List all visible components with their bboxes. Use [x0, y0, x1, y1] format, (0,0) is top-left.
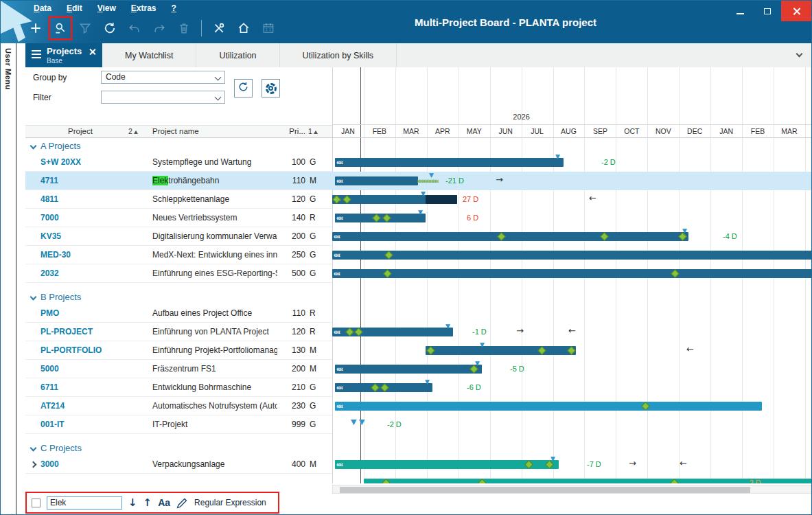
menu-item-view[interactable]: View — [97, 3, 116, 13]
gantt-bar[interactable] — [332, 251, 811, 260]
project-row[interactable]: 2032Einführung eines ESG-Reporting-Syste… — [25, 264, 811, 283]
refresh-layout-button[interactable] — [234, 79, 253, 98]
project-code[interactable]: 6711 — [40, 378, 58, 397]
group-by-select[interactable]: Code — [101, 71, 225, 84]
tab-projects[interactable]: Projects Base — [25, 43, 102, 67]
menu-item-help[interactable]: ? — [172, 3, 176, 13]
minimize-button[interactable] — [726, 1, 754, 21]
milestone-flag-icon[interactable]: ▼ — [359, 417, 364, 426]
refresh-button[interactable] — [100, 18, 120, 38]
project-code[interactable]: 3000 — [40, 455, 59, 474]
gantt-bar[interactable] — [364, 479, 811, 483]
search-checkbox[interactable] — [32, 499, 40, 507]
search-button[interactable] — [50, 18, 71, 38]
redo-button[interactable] — [149, 18, 170, 38]
expand-icon[interactable] — [30, 461, 37, 468]
gantt-bar[interactable] — [332, 269, 811, 278]
project-code[interactable]: PL-PORTFOLIO — [40, 341, 102, 360]
project-flag: G — [310, 246, 316, 264]
project-row[interactable]: 5000Fräszentrum FS1200M««▼-5 D — [25, 360, 811, 378]
sort-indicator-priority[interactable]: 1 — [308, 127, 318, 135]
gantt-bar[interactable] — [426, 346, 576, 355]
project-code[interactable]: 4711 — [40, 172, 58, 190]
project-row[interactable]: MED-30MedX-Next: Entwicklung eines innov… — [25, 246, 811, 264]
gantt-cell: «« — [332, 397, 811, 415]
highlight-icon[interactable] — [176, 497, 188, 509]
project-code[interactable]: 001-IT — [40, 415, 65, 434]
project-row[interactable]: PL-PORTFOLIOEinführung Projekt-Portfolio… — [25, 341, 811, 360]
collapse-icon[interactable] — [30, 444, 37, 451]
horizontal-scrollbar[interactable] — [332, 485, 811, 494]
close-button[interactable] — [781, 1, 811, 21]
col-project[interactable]: Project — [53, 127, 108, 135]
match-case-toggle[interactable]: Aa — [158, 497, 170, 508]
project-code[interactable]: 7000 — [40, 209, 59, 227]
undo-button[interactable] — [124, 18, 145, 38]
close-icon — [792, 7, 801, 16]
sort-indicator-project[interactable]: 2 — [128, 127, 138, 135]
collapse-icon[interactable] — [30, 142, 37, 149]
find-previous-icon[interactable]: ↑ — [143, 496, 152, 509]
gantt-bar[interactable] — [335, 176, 418, 185]
project-code[interactable]: KV35 — [40, 227, 61, 246]
home-button[interactable] — [233, 18, 254, 38]
group-label: C Projects — [40, 443, 82, 453]
search-input[interactable] — [47, 496, 122, 510]
project-row[interactable]: 6711Entwicklung Bohrmaschine210G««▼-6 D — [25, 378, 811, 397]
project-row[interactable]: 4811Schleppkettenanlage120G««▼27 D← — [25, 190, 811, 209]
menu-item-extras[interactable]: Extras — [131, 3, 156, 13]
milestone-flag-icon[interactable]: ▼ — [351, 417, 356, 426]
col-priority[interactable]: Pri... — [278, 127, 305, 135]
hamburger-menu-icon[interactable] — [32, 50, 41, 58]
project-code[interactable]: 2032 — [40, 264, 59, 283]
project-code[interactable]: MED-30 — [40, 246, 71, 264]
col-project-name[interactable]: Project name — [152, 127, 199, 135]
project-code[interactable]: AT214 — [40, 397, 65, 415]
menu-item-data[interactable]: Data — [34, 3, 51, 13]
gantt-bar[interactable] — [332, 232, 688, 241]
project-row[interactable]: -2 D — [25, 474, 811, 483]
project-code[interactable]: 4811 — [40, 190, 58, 209]
filter-button[interactable] — [75, 18, 95, 38]
project-row[interactable]: PMOAufbau eines Project Office110R — [25, 304, 811, 323]
tab-utilization[interactable]: Utilization — [196, 43, 279, 67]
user-menu-strip[interactable]: User Menu — [1, 43, 25, 514]
close-tab-icon[interactable] — [89, 48, 96, 56]
project-code[interactable]: S+W 20XX — [40, 153, 81, 172]
regex-label[interactable]: Regular Expression — [194, 498, 266, 507]
tab-my-watchlist[interactable]: My Watchlist — [102, 43, 196, 67]
project-row[interactable]: PL-PROJECTEinführung von PLANTA Project1… — [25, 323, 811, 341]
project-code[interactable]: PL-PROJECT — [40, 323, 93, 341]
scrollbar-thumb[interactable] — [340, 487, 750, 493]
project-code[interactable]: 5000 — [40, 360, 59, 378]
add-button[interactable] — [25, 18, 46, 38]
delete-button[interactable] — [174, 18, 194, 38]
gantt-bar[interactable] — [335, 402, 762, 411]
schedule-button[interactable] — [258, 18, 279, 38]
filter-select[interactable] — [101, 91, 225, 104]
tab-utilization-by-skills[interactable]: Utilization by Skills — [280, 43, 397, 67]
gantt-bar[interactable] — [335, 365, 482, 374]
project-row[interactable]: 7000Ne­ues Vertriebssystem140R««▼6 D — [25, 209, 811, 227]
maximize-button[interactable] — [754, 1, 781, 21]
gantt-bar-critical[interactable] — [426, 195, 457, 204]
project-row[interactable]: KV35Digitalisierung kommunaler Verwaltu.… — [25, 227, 811, 246]
project-row[interactable]: 3000Verpackungsanlage400M««▼-7 D→← — [25, 455, 811, 474]
gantt-bar[interactable] — [335, 158, 564, 167]
project-row[interactable]: 4711Elektrohängebahn110M««»»»»»»»»▼-21 D… — [25, 172, 811, 190]
chevron-down-icon[interactable] — [796, 51, 803, 58]
project-row[interactable]: 001-ITIT-Projekt999G▼▼-2 D — [25, 415, 811, 434]
settings-button[interactable] — [262, 79, 280, 98]
project-name: Elektrohängebahn — [152, 172, 277, 190]
group-header[interactable]: B Projects — [25, 289, 811, 304]
project-row[interactable]: S+W 20XXSystempflege und Wartung100G««▼-… — [25, 153, 811, 172]
find-next-icon[interactable]: ↓ — [128, 496, 137, 509]
project-code[interactable]: PMO — [40, 304, 59, 323]
group-header[interactable]: A Projects — [25, 138, 811, 153]
menu-item-edit[interactable]: Edit — [67, 3, 82, 13]
month-label: JAN — [710, 127, 742, 135]
tools-button[interactable] — [209, 18, 229, 38]
collapse-icon[interactable] — [30, 293, 37, 300]
project-row[interactable]: AT214Automatisches Notrufsystem (Autom..… — [25, 397, 811, 415]
group-header[interactable]: C Projects — [25, 440, 811, 455]
